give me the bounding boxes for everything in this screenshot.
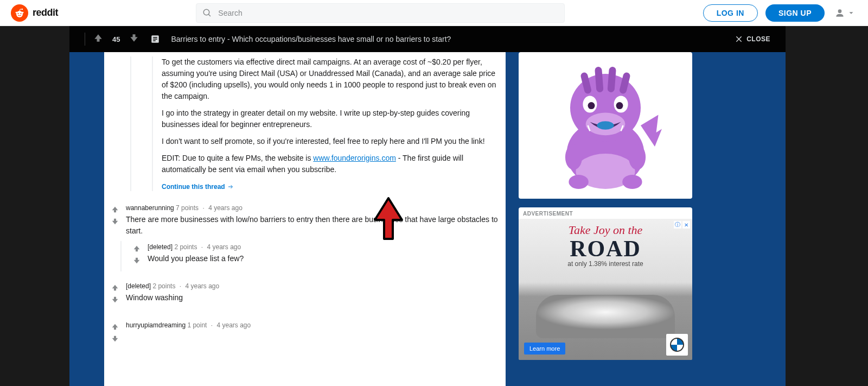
signup-button[interactable]: SIGN UP <box>765 4 825 22</box>
svg-point-27 <box>622 175 642 189</box>
comment: hurryupiamdreaming 1 point · 4 years ago <box>108 319 501 350</box>
text-post-icon <box>150 34 160 44</box>
svg-point-29 <box>629 144 646 170</box>
ad-label: ADVERTISEMENT <box>519 207 692 219</box>
close-label: CLOSE <box>746 35 770 43</box>
comment-body: To get the customers via effective direc… <box>162 56 501 175</box>
person-icon <box>834 8 845 18</box>
downvote-button[interactable] <box>111 295 119 306</box>
comment-text: Would you please list a few? <box>148 253 501 264</box>
comment: wannaberunning 7 points · 4 years ago Th… <box>108 202 501 241</box>
ad-headline-script: Take Joy on the <box>519 223 692 237</box>
ad-content[interactable]: ⓘ ✕ Take Joy on the ROAD at only 1.38% i… <box>519 219 692 360</box>
comment-paragraph: I don't want to self promote, so if you'… <box>162 136 501 147</box>
svg-point-28 <box>565 144 582 170</box>
upvote-button[interactable] <box>132 244 141 255</box>
svg-point-25 <box>597 121 614 130</box>
chevron-down-icon <box>847 9 855 17</box>
ad-car-image <box>536 295 675 338</box>
comment-meta: wannaberunning 7 points · 4 years ago <box>126 204 501 212</box>
svg-point-4 <box>16 11 17 13</box>
comment-author[interactable]: [deleted] <box>148 243 173 251</box>
ad-subtext: at only 1.38% interest rate <box>519 260 692 268</box>
upvote-button[interactable] <box>93 33 104 46</box>
post-modal: 45 Barriers to entry - Which occupations… <box>69 26 786 386</box>
svg-point-23 <box>616 102 623 109</box>
comment: [deleted] 2 points · 4 years ago Window … <box>108 280 501 311</box>
comment-age: 4 years ago <box>185 282 219 290</box>
ad-headline-big: ROAD <box>519 237 692 260</box>
svg-point-0 <box>16 11 23 17</box>
svg-point-2 <box>18 13 19 14</box>
search-input[interactable] <box>196 3 565 23</box>
post-titlebar: 45 Barriers to entry - Which occupations… <box>69 26 786 52</box>
login-button[interactable]: LOG IN <box>703 4 758 22</box>
comment-meta: [deleted] 2 points · 4 years ago <box>126 282 501 290</box>
svg-point-26 <box>569 175 588 189</box>
downvote-button[interactable] <box>129 33 139 46</box>
sidebar: ADVERTISEMENT ⓘ ✕ Take Joy on the ROAD a… <box>519 52 692 386</box>
post-score: 45 <box>112 35 120 43</box>
comment-meta: [deleted] 2 points · 4 years ago <box>148 243 501 251</box>
svg-point-9 <box>838 9 842 13</box>
comment-author[interactable]: hurryupiamdreaming <box>126 321 186 329</box>
comment-text: There are more businesses with low/no ba… <box>126 214 501 237</box>
search-wrap <box>196 3 565 23</box>
top-navigation: reddit LOG IN SIGN UP <box>0 0 868 26</box>
ad-cta-button[interactable]: Learn more <box>524 343 565 355</box>
post-title: Barriers to entry - Which occupations/bu… <box>171 35 451 43</box>
comment-text: Window washing <box>126 292 501 303</box>
brand-text: reddit <box>33 7 58 18</box>
dragon-mascot-icon <box>535 55 676 196</box>
search-icon <box>202 8 212 20</box>
community-mascot-card <box>519 52 692 199</box>
upvote-button[interactable] <box>111 283 119 294</box>
reddit-logo-icon <box>11 4 28 22</box>
close-icon <box>735 35 743 43</box>
comment-age: 4 years ago <box>207 243 241 251</box>
user-menu[interactable] <box>832 5 857 21</box>
advertisement-card: ADVERTISEMENT ⓘ ✕ Take Joy on the ROAD a… <box>519 207 692 360</box>
comment-paragraph: EDIT: Due to quite a few PMs, the websit… <box>162 153 501 175</box>
comment-points: 1 point <box>187 321 207 329</box>
comment-age: 4 years ago <box>216 321 251 329</box>
arrow-right-icon <box>227 183 234 190</box>
comment-paragraph: To get the customers via effective direc… <box>162 56 501 102</box>
comment-paragraph: I go into the strategy in greater detail… <box>162 107 501 130</box>
bmw-logo-icon <box>670 338 684 352</box>
comment-meta: hurryupiamdreaming 1 point · 4 years ago <box>126 321 501 329</box>
nav-right: LOG IN SIGN UP <box>703 4 857 22</box>
svg-line-8 <box>209 14 211 16</box>
comment-points: 2 points <box>152 282 175 290</box>
comment-author[interactable]: wannaberunning <box>126 204 174 212</box>
downvote-button[interactable] <box>132 256 141 267</box>
comment: [deleted] 2 points · 4 years ago Would y… <box>130 241 501 271</box>
downvote-button[interactable] <box>111 217 119 228</box>
svg-point-22 <box>588 102 595 109</box>
upvote-button[interactable] <box>111 205 119 216</box>
downvote-button[interactable] <box>111 334 119 345</box>
svg-point-3 <box>21 13 22 14</box>
ad-brand-logo <box>666 334 688 356</box>
comment-age: 4 years ago <box>208 204 242 212</box>
svg-point-7 <box>204 9 210 15</box>
comment-points: 7 points <box>176 204 199 212</box>
logo[interactable]: reddit <box>11 4 58 22</box>
comment-points: 2 points <box>174 243 197 251</box>
comment-author[interactable]: [deleted] <box>126 282 151 290</box>
close-button[interactable]: CLOSE <box>735 35 770 43</box>
continue-thread-link[interactable]: Continue this thread <box>162 183 234 191</box>
comments-column: To get the customers via effective direc… <box>104 52 506 386</box>
svg-point-5 <box>22 11 24 13</box>
upvote-button[interactable] <box>111 322 119 333</box>
external-link[interactable]: www.founderorigins.com <box>313 154 396 162</box>
